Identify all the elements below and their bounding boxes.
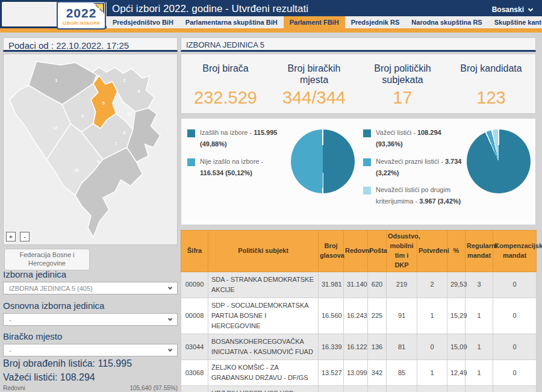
processed-ballots-total: Broj obrađenih listića: 115.995: [3, 358, 132, 369]
legend-swatch: [187, 129, 195, 137]
col-kompenzacijski-mandat: Kompenzacijski mandat: [493, 231, 537, 272]
col-potvrdjeni: Potvrđeni: [417, 231, 447, 272]
col-procenat: %: [447, 231, 466, 272]
map-label-5: 5: [102, 101, 105, 105]
nav-tab-predsjednik-rs[interactable]: Predsjednik RS: [345, 16, 406, 28]
map-label-9: 9: [97, 160, 99, 164]
map-label-10: 10: [74, 168, 79, 172]
map-region-east: [127, 108, 161, 161]
bih-flag-icon: [93, 3, 104, 14]
nav-tab-skupstine-kantona-fbih[interactable]: Skupštine kantona u FBiH: [488, 16, 542, 28]
select-osnovna-izborna-jedinica-value: -: [9, 316, 11, 323]
select-izborna-jedinica[interactable]: IZBORNA JEDINICA 5 (405): [3, 282, 178, 294]
map-label-3: 3: [81, 114, 84, 118]
turnout-chart-block: Izašlih na izbore - 115.995 (49,88%) Nij…: [187, 127, 363, 220]
chevron-down-icon: [168, 316, 172, 320]
col-politicki-subjekt: Politički subjekt: [208, 231, 319, 272]
col-odsustvo: Odsustvo, mobilni tim i DKP: [387, 231, 417, 272]
select-biracko-mjesto-value: -: [9, 347, 11, 354]
nav-tab-parlament-fbih[interactable]: Parlament FBiH: [284, 16, 345, 28]
logo: 2022 IZBORI ИЗБОРИ: [57, 1, 106, 30]
map-zoom-in-button[interactable]: +: [6, 232, 16, 241]
chevron-down-icon: [528, 6, 533, 11]
map-zoom-out-button[interactable]: -: [20, 232, 30, 241]
ballots-chart-block: Važeći listići - 108.294 (93,36%) Nevaže…: [363, 127, 539, 220]
sidebar: Podaci od : 22.10.2022. 17:25 1 2 3: [3, 37, 178, 392]
charts-panel: Izašlih na izbore - 115.995 (49,88%) Nij…: [181, 118, 536, 225]
table-header-row: Šifra Politički subjekt Broj glasova Red…: [181, 231, 537, 272]
unit-title: IZBORNA JEDINICA 5: [186, 40, 264, 49]
nav-tab-narodna-skupstina-rs[interactable]: Narodna skupština RS: [405, 16, 488, 28]
select-izborna-jedinica-value: IZBORNA JEDINICA 5 (405): [9, 285, 93, 292]
map-label-7: 7: [115, 142, 117, 146]
nav-tab-parlamentarna-skupstina-bih[interactable]: Parlamentarna skupština BiH: [179, 16, 284, 28]
nav-tab-predsjednistvo-bih[interactable]: Predsjedništvo BiH: [107, 16, 179, 28]
unit-title-panel: IZBORNA JEDINICA 5: [181, 37, 536, 52]
map-panel: 1 2 3 4 5 6 7 9 10 11 12 + -: [3, 54, 178, 245]
table-row: 00008SDP - SOCIJALDEMOKRATSKA PARTIJA BO…: [181, 297, 537, 334]
select-biracko-mjesto[interactable]: -: [3, 344, 178, 356]
ballots-pie-chart: [467, 129, 531, 193]
stat-politickih-subjekata: Broj političkih subjekata 17: [358, 54, 447, 113]
col-regularni-mandat: Regularni mandat: [466, 231, 493, 272]
select-osnovna-izborna-jedinica[interactable]: -: [3, 313, 178, 326]
legend-swatch: [363, 158, 371, 166]
ballots-legend: Važeći listići - 108.294 (93,36%) Nevaže…: [363, 127, 464, 220]
results-table: Šifra Politički subjekt Broj glasova Red…: [181, 230, 537, 392]
progress-row: Redovni 105,640 (97.55%): [3, 385, 178, 391]
stat-broj-biraca: Broj birača 232.529: [181, 54, 270, 113]
data-timestamp: Podaci od : 22.10.2022. 17:25: [8, 40, 129, 51]
col-redovni: Redovni: [344, 231, 368, 272]
turnout-pie-chart: [291, 129, 355, 193]
map-label-2: 2: [123, 78, 126, 82]
logo-subtitle: IZBORI ИЗБОРИ: [58, 21, 105, 25]
map-label-1: 1: [55, 78, 57, 82]
col-broj-glasova: Broj glasova: [319, 231, 344, 272]
language-selector[interactable]: Bosanski: [492, 5, 532, 14]
data-timestamp-panel: Podaci od : 22.10.2022. 17:25: [3, 37, 178, 52]
table-row: 03105HDZ BIH,HSSSR,HSS,HSP BIH,HKDU,HSPA…: [181, 386, 537, 392]
map-label-12: 12: [52, 126, 57, 130]
legend-item: Nije izašlo na izbore - 116.534 (50,12%): [187, 156, 288, 179]
stats-panel: Broj birača 232.529 Broj biračkih mjesta…: [181, 54, 536, 114]
filter-label-osnovna-izborna-jedinica: Osnovna izborna jedinica: [3, 300, 104, 311]
page-title: Opći izbori 2022. godine - Utvrđeni rezu…: [112, 3, 308, 15]
legend-swatch: [363, 187, 371, 194]
filter-label-izborna-jedinica: Izborna jedinica: [3, 269, 66, 279]
legend-swatch: [187, 158, 195, 166]
chevron-down-icon: [168, 347, 172, 351]
legend-item: Nevažeći prazni listići - 3.734 (3,22%): [363, 156, 464, 179]
main-content: IZBORNA JEDINICA 5 Broj birača 232.529 B…: [181, 37, 536, 392]
progress-label: Redovni: [3, 385, 25, 391]
legend-item: Nevažeći listići po drugim kriterijumima…: [363, 184, 464, 208]
stat-kandidata: Broj kandidata 123: [447, 54, 535, 113]
bih-map[interactable]: 1 2 3 4 5 6 7 9 10 11 12: [4, 55, 177, 243]
valid-ballots-total: Važeći listići: 108.294: [3, 372, 95, 383]
map-zoom-controls: + -: [6, 232, 30, 241]
legend-item: Izašlih na izbore - 115.995 (49,88%): [187, 127, 288, 151]
map-label-4: 4: [137, 89, 140, 93]
stat-birackih-mjesta: Broj biračkih mjesta 344/344: [270, 54, 358, 113]
chevron-down-icon: [168, 285, 172, 289]
map-label-6: 6: [123, 131, 126, 135]
table-row: 03044BOSANSKOHERCEGOVAČKA INICIJATIVA - …: [181, 334, 537, 359]
map-label-11: 11: [127, 111, 131, 116]
table-row: 00090SDA - STRANKA DEMOKRATSKE AKCIJE 31…: [181, 272, 537, 297]
turnout-legend: Izašlih na izbore - 115.995 (49,88%) Nij…: [187, 127, 288, 220]
legend-item: Važeći listići - 108.294 (93,36%): [363, 127, 464, 151]
col-sifra: Šifra: [181, 231, 208, 272]
entity-button[interactable]: Federacija Bosne i Hercegovine: [4, 249, 90, 270]
legend-swatch: [363, 129, 371, 137]
language-label: Bosanski: [492, 5, 524, 14]
progress-value: 105,640 (97.55%): [129, 385, 178, 391]
table-row: 03068ŽELJKO KOMŠIĆ - ZA GRAĐANSKU DRŽAVU…: [181, 360, 537, 386]
main-nav: Predsjedništvo BiH Parlamentarna skupšti…: [107, 16, 542, 28]
col-posta: Pošta: [368, 231, 387, 272]
filter-label-biracko-mjesto: Biračko mjesto: [3, 331, 62, 341]
